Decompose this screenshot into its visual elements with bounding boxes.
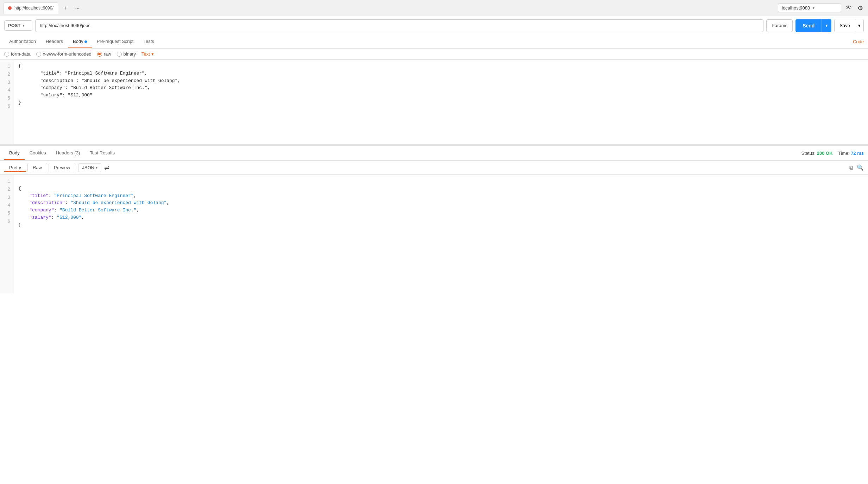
view-tab-preview[interactable]: Preview: [49, 163, 75, 172]
response-actions: ⧉ 🔍: [849, 164, 864, 171]
settings-icon-button[interactable]: ⚙: [856, 3, 864, 13]
form-data-option[interactable]: form-data: [4, 51, 31, 57]
save-dropdown-button[interactable]: ▾: [855, 19, 863, 32]
save-button-group: Save ▾: [834, 19, 864, 32]
method-dropdown[interactable]: POST ▾: [4, 20, 32, 31]
more-tabs-button[interactable]: ···: [73, 4, 82, 12]
send-button[interactable]: Send: [795, 19, 822, 32]
response-code-viewer: 1 2 3 4 5 6 { "title": "Principal Softwa…: [0, 175, 868, 293]
method-chevron-icon: ▾: [23, 24, 24, 27]
response-tab-cookies[interactable]: Cookies: [25, 147, 51, 160]
search-response-button[interactable]: 🔍: [857, 164, 864, 171]
params-button[interactable]: Params: [766, 19, 793, 32]
json-format-dropdown[interactable]: JSON ▾: [78, 163, 101, 172]
body-options: form-data x-www-form-urlencoded raw bina…: [0, 49, 868, 60]
send-dropdown-button[interactable]: ▾: [822, 19, 831, 32]
tab-authorization[interactable]: Authorization: [4, 35, 41, 48]
text-format-dropdown[interactable]: Text ▾: [141, 51, 154, 57]
browser-bar: http://localhost:9090/ + ··· localhost90…: [0, 0, 868, 16]
form-data-radio[interactable]: [4, 52, 9, 57]
new-tab-button[interactable]: +: [61, 4, 70, 13]
active-tab[interactable]: http://localhost:9090/: [4, 2, 58, 14]
response-line-numbers: 1 2 3 4 5 6: [0, 175, 14, 293]
method-text: POST: [8, 23, 20, 28]
browser-right: localhost9080 ▾ 👁 ⚙: [778, 3, 864, 13]
wrap-icon[interactable]: ⇌: [104, 164, 109, 172]
response-tab-body[interactable]: Body: [4, 147, 25, 160]
tab-url: http://localhost:9090/: [14, 6, 54, 11]
text-format-chevron-icon: ▾: [151, 51, 154, 57]
response-section: Body Cookies Headers (3) Test Results St…: [0, 146, 868, 293]
urlencoded-radio[interactable]: [36, 52, 41, 57]
copy-response-button[interactable]: ⧉: [849, 164, 853, 171]
response-tab-test-results[interactable]: Test Results: [85, 147, 120, 160]
postman-toolbar: POST ▾ Params Send ▾ Save ▾: [0, 16, 868, 35]
save-chevron-icon: ▾: [858, 23, 861, 28]
request-code-content[interactable]: { "title": "Principal Software Engineer"…: [14, 60, 868, 144]
response-status: Status: 200 OK Time: 72 ms: [801, 151, 864, 156]
raw-option[interactable]: raw: [97, 51, 111, 57]
send-chevron-icon: ▾: [825, 23, 828, 28]
response-tab-headers[interactable]: Headers (3): [51, 147, 85, 160]
address-dropdown[interactable]: localhost9080 ▾: [778, 4, 841, 12]
response-tabs-bar: Body Cookies Headers (3) Test Results St…: [0, 146, 868, 161]
raw-radio[interactable]: [97, 52, 102, 57]
code-link[interactable]: Code: [853, 36, 864, 48]
tab-body[interactable]: Body: [68, 35, 92, 48]
time-value: 72 ms: [851, 151, 864, 156]
binary-radio[interactable]: [117, 52, 122, 57]
urlencoded-option[interactable]: x-www-form-urlencoded: [36, 51, 92, 57]
status-value: 200 OK: [817, 151, 833, 156]
tab-tests[interactable]: Tests: [138, 35, 159, 48]
save-button[interactable]: Save: [835, 19, 855, 32]
view-tab-raw[interactable]: Raw: [27, 163, 47, 172]
tab-headers[interactable]: Headers: [41, 35, 68, 48]
body-tab-dot: [84, 40, 87, 43]
request-tabs: Authorization Headers Body Pre-request S…: [0, 35, 868, 49]
view-tab-pretty[interactable]: Pretty: [4, 163, 26, 172]
request-body-editor[interactable]: 1 2 3 4 5 6 { "title": "Principal Softwa…: [0, 60, 868, 144]
url-input[interactable]: [35, 19, 763, 32]
json-chevron-icon: ▾: [96, 166, 98, 170]
tab-pre-request-script[interactable]: Pre-request Script: [92, 35, 139, 48]
tab-dot: [8, 6, 12, 10]
send-button-group: Send ▾: [795, 19, 831, 32]
line-numbers: 1 2 3 4 5 6: [0, 60, 14, 144]
response-code-content: { "title": "Principal Software Engineer"…: [14, 175, 868, 293]
binary-option[interactable]: binary: [117, 51, 136, 57]
response-view-bar: Pretty Raw Preview JSON ▾ ⇌ ⧉ 🔍: [0, 161, 868, 175]
eye-icon-button[interactable]: 👁: [844, 3, 853, 13]
dropdown-chevron-icon: ▾: [813, 6, 814, 10]
